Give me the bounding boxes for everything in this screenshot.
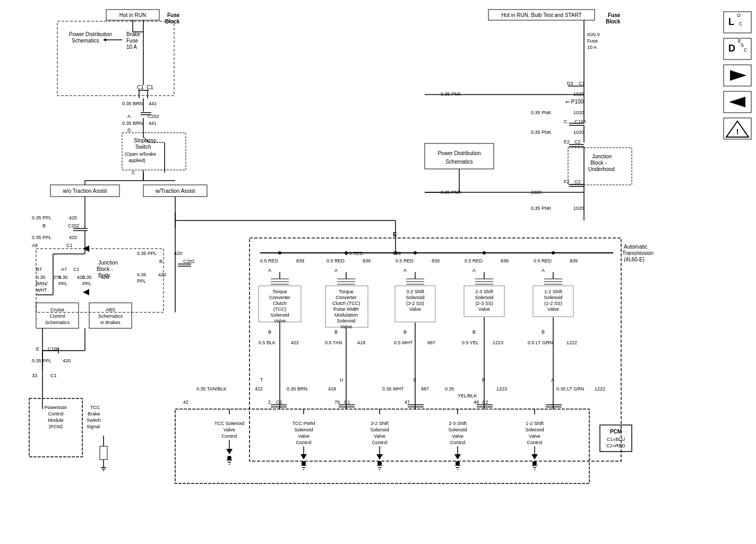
svg-text:Signal: Signal xyxy=(87,424,100,429)
svg-text:687: 687 xyxy=(421,386,429,392)
svg-text:C1: C1 xyxy=(73,267,80,272)
svg-text:0.35 BRN: 0.35 BRN xyxy=(287,386,307,392)
svg-text:0.5 BLK: 0.5 BLK xyxy=(259,340,276,345)
svg-text:D3: D3 xyxy=(567,81,573,86)
svg-text:839: 839 xyxy=(570,258,578,264)
svg-text:1223: 1223 xyxy=(496,386,507,392)
svg-text:Pulse Width: Pulse Width xyxy=(333,307,359,312)
svg-point-367 xyxy=(532,461,537,465)
svg-text:C202: C202 xyxy=(68,223,80,228)
svg-text:Clutch: Clutch xyxy=(273,301,287,306)
svg-point-190 xyxy=(394,251,397,254)
svg-text:Clutch (TCC): Clutch (TCC) xyxy=(332,301,360,306)
svg-text:C202: C202 xyxy=(183,259,195,264)
svg-text:0.35 PPL: 0.35 PPL xyxy=(137,251,157,256)
svg-text:839: 839 xyxy=(363,258,371,264)
svg-text:Stoplamp: Stoplamp xyxy=(134,138,157,143)
svg-text:1-2 Shift: 1-2 Shift xyxy=(544,289,562,294)
svg-text:A: A xyxy=(472,268,476,273)
svg-text:YEL/BLK: YEL/BLK xyxy=(458,393,477,398)
svg-text:D: D xyxy=(728,43,735,54)
svg-text:TCC: TCC xyxy=(90,405,100,410)
schematic-diagram: Hot in RUN Fuse Block Power Distribution… xyxy=(0,0,756,544)
svg-text:U: U xyxy=(340,377,343,382)
svg-text:Fuse: Fuse xyxy=(608,12,621,18)
svg-text:Valve: Valve xyxy=(547,307,559,312)
svg-text:0.35: 0.35 xyxy=(445,386,454,392)
svg-text:C2: C2 xyxy=(574,179,581,184)
svg-text:0.35 BRN: 0.35 BRN xyxy=(122,101,143,106)
svg-text:Control: Control xyxy=(296,440,311,445)
svg-text:0.5 WHT: 0.5 WHT xyxy=(394,340,413,345)
svg-point-209 xyxy=(552,251,555,254)
svg-text:!: ! xyxy=(736,128,739,136)
svg-text:A: A xyxy=(551,377,554,382)
svg-text:w/Traction Assist: w/Traction Assist xyxy=(155,188,195,194)
svg-text:Underhood: Underhood xyxy=(588,166,614,172)
svg-text:T: T xyxy=(260,377,263,382)
svg-text:O: O xyxy=(737,13,741,18)
svg-text:Block -: Block - xyxy=(590,160,607,166)
svg-text:L: L xyxy=(728,16,734,27)
svg-text:0.5 RED: 0.5 RED xyxy=(396,258,414,264)
svg-text:(4L60-E): (4L60-E) xyxy=(624,257,645,262)
svg-text:Solenoid: Solenoid xyxy=(406,295,424,300)
svg-text:10 A: 10 A xyxy=(126,44,137,50)
svg-text:C: C xyxy=(739,21,743,27)
svg-text:Cruise: Cruise xyxy=(50,307,64,312)
svg-text:Schematics: Schematics xyxy=(45,320,70,325)
svg-text:Valve: Valve xyxy=(529,434,540,439)
svg-text:B: B xyxy=(472,329,476,335)
svg-text:33: 33 xyxy=(32,373,37,378)
svg-text:C1: C1 xyxy=(66,243,73,248)
svg-text:TCC PWM: TCC PWM xyxy=(293,421,315,426)
svg-text:Hot in RUN: Hot in RUN xyxy=(119,12,147,18)
svg-text:Solenoid: Solenoid xyxy=(525,427,544,432)
svg-text:F2: F2 xyxy=(564,179,570,184)
svg-text:(TCC): (TCC) xyxy=(273,307,287,312)
svg-text:B: B xyxy=(542,329,545,335)
svg-text:PPL: PPL xyxy=(137,278,146,284)
svg-text:Torque: Torque xyxy=(339,289,354,294)
svg-text:Solenoid: Solenoid xyxy=(370,427,389,432)
svg-text:Power Distribution: Power Distribution xyxy=(437,150,480,156)
svg-text:1020: 1020 xyxy=(573,130,584,135)
svg-text:⇐ P100: ⇐ P100 xyxy=(565,99,584,105)
svg-text:B7: B7 xyxy=(36,267,42,272)
svg-text:1020: 1020 xyxy=(573,110,584,115)
svg-text:E: E xyxy=(393,231,397,237)
svg-text:0.5 YEL: 0.5 YEL xyxy=(462,340,479,345)
svg-text:0.35 LT GRN: 0.35 LT GRN xyxy=(556,386,584,392)
svg-text:420: 420 xyxy=(69,215,77,220)
svg-text:Transmission: Transmission xyxy=(622,250,654,256)
svg-text:Solenoid: Solenoid xyxy=(294,427,313,432)
svg-text:0.35 PNK: 0.35 PNK xyxy=(531,206,552,211)
svg-text:E: E xyxy=(36,346,39,352)
svg-text:Control: Control xyxy=(527,440,542,445)
svg-text:Control: Control xyxy=(48,411,63,416)
svg-text:1020: 1020 xyxy=(573,91,584,97)
svg-text:441: 441 xyxy=(149,121,157,126)
svg-text:418: 418 xyxy=(328,386,336,392)
svg-text:BRN/: BRN/ xyxy=(36,281,48,286)
svg-text:0.35 PPL: 0.35 PPL xyxy=(32,358,51,363)
svg-text:0.35 WHT: 0.35 WHT xyxy=(382,386,404,392)
svg-text:Switch: Switch xyxy=(135,144,151,150)
svg-text:Torque: Torque xyxy=(272,289,287,294)
svg-text:(Open w/brake: (Open w/brake xyxy=(125,151,156,157)
svg-text:0.35: 0.35 xyxy=(82,275,92,280)
svg-text:420: 420 xyxy=(101,275,109,280)
svg-text:A: A xyxy=(268,268,271,273)
svg-text:0.35 PNK: 0.35 PNK xyxy=(441,91,461,97)
svg-text:1222: 1222 xyxy=(566,340,577,345)
svg-text:WHT: WHT xyxy=(36,287,47,293)
svg-text:Converter: Converter xyxy=(336,295,357,300)
svg-text:Valve: Valve xyxy=(409,307,421,312)
svg-text:Automatic: Automatic xyxy=(624,244,647,250)
svg-text:A: A xyxy=(403,268,407,273)
svg-text:Schematics: Schematics xyxy=(98,313,123,319)
svg-text:A8: A8 xyxy=(32,243,38,248)
svg-text:TCC Solenoid: TCC Solenoid xyxy=(214,421,244,426)
svg-text:0.5 LT GRN: 0.5 LT GRN xyxy=(528,340,553,345)
svg-text:0.35 BRN: 0.35 BRN xyxy=(122,121,143,126)
